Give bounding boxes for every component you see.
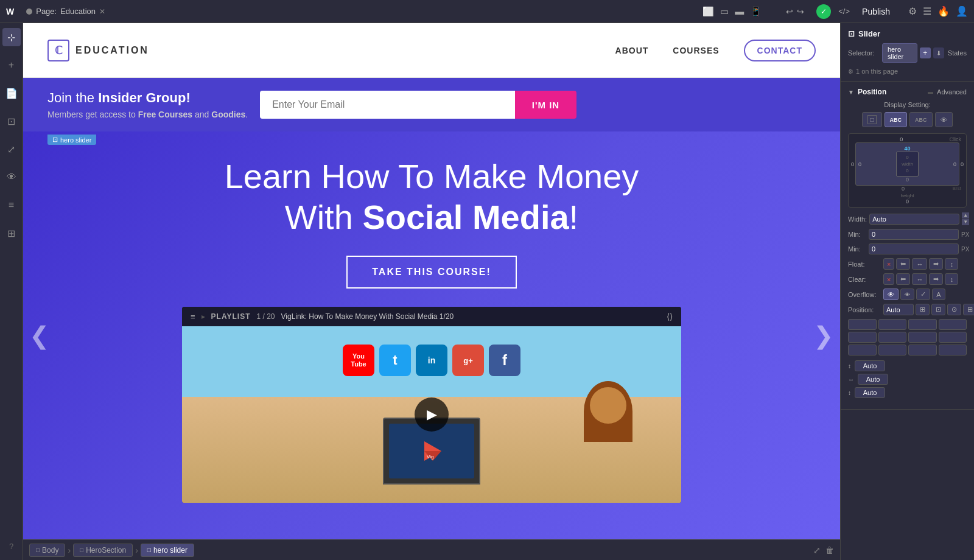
float-none-btn[interactable]: ↕: [945, 258, 958, 270]
next-arrow[interactable]: ❯: [813, 321, 834, 349]
email-input[interactable]: [260, 91, 515, 119]
display-block-btn[interactable]: ABC: [885, 112, 908, 127]
select-tool-icon[interactable]: ⊹: [2, 28, 21, 46]
pos-cell-11[interactable]: [908, 345, 937, 355]
float-right-btn[interactable]: ➡: [929, 258, 943, 270]
clear-none-btn[interactable]: ↕: [945, 273, 958, 285]
eye-icon[interactable]: 👁: [2, 168, 21, 186]
position-header: ▼ Position ▬ Advanced: [848, 88, 967, 96]
breadcrumb-body[interactable]: □ Body: [29, 544, 65, 557]
add-selector-btn[interactable]: +: [920, 47, 931, 58]
pages-icon[interactable]: 📄: [2, 84, 21, 102]
auto-val-1[interactable]: Auto: [855, 360, 885, 371]
crop-icon[interactable]: ⊡: [2, 112, 21, 130]
breadcrumb-heroslider[interactable]: □ hero slider: [141, 544, 194, 557]
resize-icon[interactable]: ⤢: [2, 140, 21, 158]
margin-top-val[interactable]: 0: [900, 136, 903, 142]
tablet-landscape-icon[interactable]: ▬: [735, 6, 744, 17]
share-icon[interactable]: ⟨⟩: [667, 312, 673, 321]
pos-cell-12[interactable]: [939, 345, 967, 355]
email-submit-btn[interactable]: I'M IN: [515, 91, 576, 119]
expand-icon[interactable]: ⤢: [813, 545, 821, 555]
float-left-btn[interactable]: ⬅: [896, 258, 910, 270]
components-icon[interactable]: ⊞: [2, 224, 21, 242]
pos-cell-2[interactable]: [878, 319, 907, 330]
clear-right-btn[interactable]: ➡: [929, 273, 943, 285]
settings-icon[interactable]: ⚙: [908, 5, 917, 17]
phone-icon[interactable]: 📱: [750, 6, 762, 17]
display-hidden-btn[interactable]: 👁: [935, 112, 953, 127]
pos-cell-4[interactable]: [939, 319, 967, 330]
margin-left-val[interactable]: 0: [851, 161, 854, 167]
collapse-arrow[interactable]: ▼: [848, 89, 854, 96]
nav-courses[interactable]: COURSES: [673, 46, 719, 55]
width-input[interactable]: [869, 214, 959, 225]
float-x-btn[interactable]: ×: [883, 258, 894, 270]
padding-left-val[interactable]: 0: [858, 161, 861, 167]
expand-selector-btn[interactable]: ⬇: [933, 47, 944, 58]
hero-cta-btn[interactable]: TAKE THIS COURSE!: [346, 256, 516, 289]
pos-btn-2[interactable]: ⊡: [931, 304, 945, 315]
pos-cell-9[interactable]: [848, 345, 877, 355]
display-inline-btn[interactable]: ABC: [909, 112, 933, 127]
display-none-btn[interactable]: □: [862, 112, 881, 127]
nav-contact-btn[interactable]: CONTACT: [744, 40, 816, 61]
fire-icon[interactable]: 🔥: [937, 5, 950, 17]
trash-icon[interactable]: 🗑: [825, 545, 834, 555]
profile-icon[interactable]: 👤: [956, 5, 968, 17]
overflow-auto-btn[interactable]: A: [932, 289, 945, 300]
auto-val-2[interactable]: Auto: [858, 374, 888, 385]
breadcrumb-herosection[interactable]: □ HeroSection: [73, 544, 133, 557]
page-close-icon[interactable]: ✕: [99, 7, 105, 16]
help-icon[interactable]: ?: [2, 537, 21, 555]
pos-cell-3[interactable]: [908, 319, 937, 330]
pos-cell-6[interactable]: [878, 332, 907, 343]
undo-btn[interactable]: ↩: [786, 7, 793, 16]
code-icon[interactable]: </>: [838, 7, 850, 16]
pos-cell-5[interactable]: [848, 332, 877, 343]
play-btn[interactable]: ▶: [415, 397, 449, 432]
site-nav: ABOUT COURSES CONTACT: [615, 40, 816, 61]
redo-btn[interactable]: ↪: [797, 7, 804, 16]
menu-icon[interactable]: ☰: [923, 5, 931, 17]
auto-arrow-3: ↕: [848, 390, 851, 396]
prev-arrow[interactable]: ❮: [29, 321, 50, 349]
video-container: ≡ ▸ PLAYLIST 1 / 20 VigLink: How To Make…: [182, 307, 681, 503]
padding-bottom-val[interactable]: 0: [906, 177, 909, 183]
plus-icon[interactable]: +: [2, 56, 21, 74]
clear-both-btn[interactable]: ↔: [912, 273, 927, 285]
width-down-btn[interactable]: ▼: [962, 219, 969, 225]
pos-btn-4[interactable]: ⊞: [963, 304, 974, 315]
pos-cell-1[interactable]: [848, 319, 877, 330]
auto-val-3[interactable]: Auto: [855, 387, 885, 398]
pos-btn-3[interactable]: ⊙: [947, 304, 961, 315]
advanced-label[interactable]: Advanced: [937, 88, 967, 96]
check-icon: ✓: [816, 4, 831, 19]
pos-cell-7[interactable]: [908, 332, 937, 343]
slider-icon: □: [147, 547, 151, 553]
float-center-btn[interactable]: ↔: [912, 258, 927, 270]
clear-x-btn[interactable]: ×: [883, 273, 894, 285]
min-height-input[interactable]: [869, 243, 959, 254]
selector-value[interactable]: hero slider: [882, 43, 917, 63]
pos-cell-10[interactable]: [878, 345, 907, 355]
overflow-scroll-btn[interactable]: ✓: [916, 289, 930, 300]
tablet-portrait-icon[interactable]: ▭: [720, 6, 729, 17]
pos-cell-8[interactable]: [939, 332, 967, 343]
margin-right-val[interactable]: 0: [961, 161, 964, 167]
margin-bottom-val[interactable]: 0: [902, 186, 905, 192]
pos-btn-1[interactable]: ⊞: [916, 304, 930, 315]
overflow-visible-btn[interactable]: 👁: [883, 289, 899, 300]
clear-left-btn[interactable]: ⬅: [896, 273, 910, 285]
publish-button[interactable]: Publish: [857, 4, 895, 19]
min-width-input[interactable]: [869, 229, 959, 240]
width-up-btn[interactable]: ▲: [962, 212, 969, 219]
layers-icon[interactable]: ≡: [2, 196, 21, 214]
min-h-label: Min:: [848, 245, 866, 253]
padding-right-val[interactable]: 0: [953, 161, 956, 167]
nav-about[interactable]: ABOUT: [615, 46, 649, 55]
desktop-icon[interactable]: ⬜: [702, 6, 714, 17]
position-input[interactable]: [883, 304, 914, 315]
overflow-hidden-btn[interactable]: 👁: [900, 289, 914, 300]
padding-top-val[interactable]: 40: [904, 145, 910, 152]
